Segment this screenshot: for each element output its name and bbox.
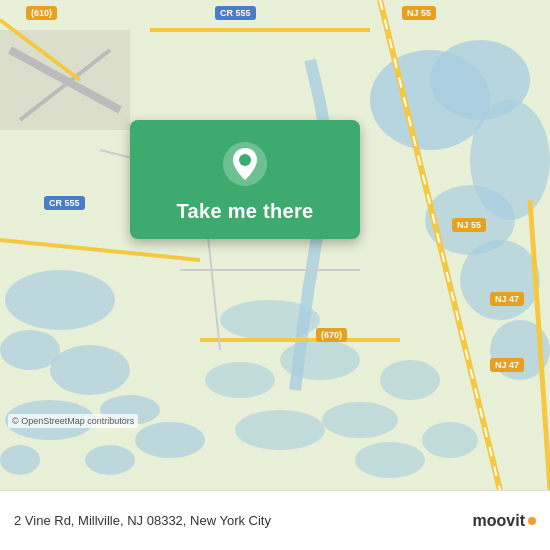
road-label-cr555-left: CR 555: [44, 196, 85, 210]
svg-point-37: [239, 154, 251, 166]
svg-point-21: [355, 442, 425, 478]
svg-point-8: [0, 445, 40, 475]
take-me-there-button[interactable]: Take me there: [177, 200, 314, 223]
svg-point-20: [380, 360, 440, 400]
road-label-670: (670): [316, 328, 347, 342]
svg-point-1: [5, 270, 115, 330]
svg-point-18: [235, 410, 325, 450]
map-pin-icon: [221, 140, 269, 188]
svg-point-3: [50, 345, 130, 395]
svg-point-17: [205, 362, 275, 398]
svg-point-19: [322, 402, 398, 438]
bottom-bar: 2 Vine Rd, Millville, NJ 08332, New York…: [0, 490, 550, 550]
take-me-there-card[interactable]: Take me there: [130, 120, 360, 239]
road-label-610: (610): [26, 6, 57, 20]
address-text: 2 Vine Rd, Millville, NJ 08332, New York…: [14, 513, 271, 528]
osm-attribution: © OpenStreetMap contributors: [8, 414, 138, 428]
road-label-nj55-mid: NJ 55: [452, 218, 486, 232]
moovit-logo-dot: [528, 517, 536, 525]
road-label-cr555-top: CR 555: [215, 6, 256, 20]
road-label-nj55-top: NJ 55: [402, 6, 436, 20]
moovit-logo-text: moovit: [473, 512, 525, 530]
map-container: (610) CR 555 NJ 55 CR 555 NJ 55 (670) NJ…: [0, 0, 550, 490]
moovit-logo: moovit: [473, 512, 536, 530]
road-label-nj47-bot: NJ 47: [490, 358, 524, 372]
road-label-nj47-top: NJ 47: [490, 292, 524, 306]
svg-point-6: [135, 422, 205, 458]
svg-point-22: [422, 422, 478, 458]
svg-point-7: [85, 445, 135, 475]
svg-point-2: [0, 330, 60, 370]
svg-point-13: [460, 240, 540, 320]
